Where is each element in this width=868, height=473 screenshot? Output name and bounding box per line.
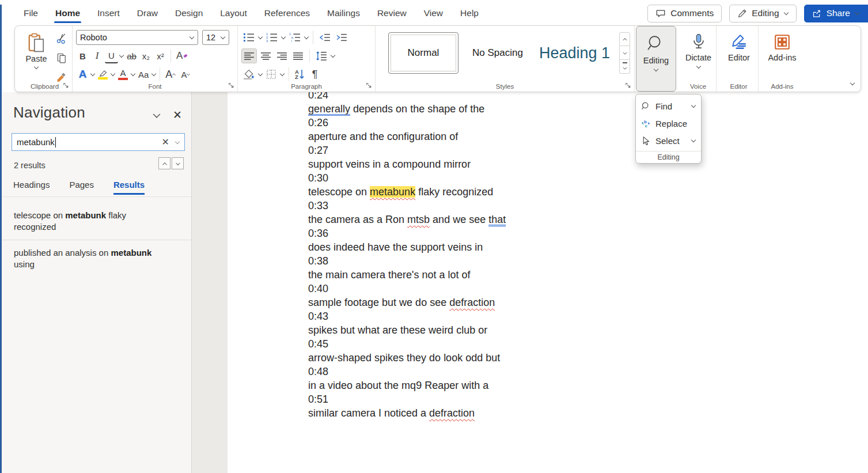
paragraph-dialog-launcher[interactable]	[366, 82, 372, 89]
search-options-chevron[interactable]	[175, 140, 180, 145]
voice-group-label: Voice	[680, 83, 716, 90]
highlight-button[interactable]	[96, 67, 109, 82]
dictate-button[interactable]: Dictate	[680, 26, 717, 92]
justify-button[interactable]	[291, 48, 305, 63]
nav-tab-pages[interactable]: Pages	[69, 180, 94, 195]
select-label: Select	[655, 136, 680, 146]
nav-tab-results[interactable]: Results	[113, 180, 145, 195]
numbering-button[interactable]: 123	[264, 30, 279, 45]
clear-formatting-button[interactable]: A	[175, 48, 191, 63]
multilevel-list-button[interactable]: 1ai	[287, 30, 302, 45]
styles-scroll-up-button[interactable]	[619, 32, 630, 46]
navigation-search-input[interactable]: metabunk ✕	[12, 133, 185, 151]
collapse-ribbon-button[interactable]	[850, 78, 855, 88]
shading-chevron[interactable]	[258, 72, 263, 77]
addins-group: Add-ins Add-ins	[761, 26, 803, 92]
editing-ribbon-button[interactable]: Editing	[636, 26, 676, 92]
show-hide-marks-button[interactable]: ¶	[308, 67, 321, 82]
decrease-indent-button[interactable]	[317, 30, 332, 45]
menu-tab-draw[interactable]: Draw	[128, 3, 166, 24]
change-case-button[interactable]: Aa	[137, 67, 150, 82]
styles-dialog-launcher[interactable]	[625, 82, 631, 89]
next-result-button[interactable]	[172, 157, 184, 169]
style-heading-1[interactable]: Heading 1	[537, 32, 615, 74]
multilevel-chevron[interactable]	[304, 35, 309, 40]
editing-dropdown-menu: Find bc Replace Select Editing	[635, 94, 702, 164]
clipboard-group: Paste Clipboard	[17, 26, 73, 92]
styles-scroll-down-button[interactable]	[619, 46, 630, 60]
menu-tab-file[interactable]: File	[15, 3, 47, 24]
replace-menu-item[interactable]: bc Replace	[636, 115, 701, 132]
italic-button[interactable]: I	[90, 48, 104, 63]
previous-result-button[interactable]	[158, 157, 170, 169]
menu-tab-mailings[interactable]: Mailings	[319, 3, 369, 24]
font-color-button[interactable]: A	[116, 67, 130, 82]
numbering-chevron[interactable]	[281, 35, 286, 40]
menu-tab-help[interactable]: Help	[452, 3, 487, 24]
document-canvas[interactable]: 0:24generally depends on the shape of th…	[228, 92, 868, 473]
bullets-button[interactable]	[241, 30, 256, 45]
chevron-down-icon	[189, 35, 194, 40]
cut-button[interactable]	[54, 31, 69, 46]
paste-button[interactable]: Paste	[23, 31, 50, 81]
menu-tab-references[interactable]: References	[256, 3, 319, 24]
styles-more-button[interactable]	[619, 60, 630, 74]
font-size-combo[interactable]: 12	[202, 30, 229, 45]
nav-tab-headings[interactable]: Headings	[13, 180, 50, 195]
editing-ribbon-label: Editing	[643, 56, 669, 65]
line-spacing-chevron[interactable]	[331, 54, 335, 58]
grow-font-button[interactable]: A	[164, 67, 178, 82]
editor-group-label: Editor	[719, 83, 758, 90]
borders-button[interactable]	[264, 67, 278, 82]
font-family-combo[interactable]: Roboto	[76, 30, 198, 45]
menu-tab-design[interactable]: Design	[166, 3, 211, 24]
shading-button[interactable]	[241, 67, 256, 82]
line-spacing-button[interactable]	[314, 48, 329, 63]
align-center-button[interactable]	[259, 48, 273, 63]
superscript-button[interactable]: x²	[154, 48, 167, 63]
select-menu-item[interactable]: Select	[636, 132, 701, 149]
menu-tab-review[interactable]: Review	[369, 3, 415, 24]
copy-button[interactable]	[54, 51, 69, 66]
close-icon[interactable]: ✕	[173, 109, 182, 120]
clipboard-dialog-launcher[interactable]	[63, 82, 69, 89]
align-left-button[interactable]	[241, 48, 257, 63]
align-right-button[interactable]	[275, 48, 289, 63]
clear-search-icon[interactable]: ✕	[162, 138, 169, 147]
underline-button[interactable]: U	[105, 48, 118, 63]
highlight-chevron[interactable]	[111, 72, 115, 77]
comments-button[interactable]: Comments	[647, 5, 722, 22]
borders-chevron[interactable]	[280, 72, 285, 77]
editing-mode-button[interactable]: Editing	[729, 5, 796, 22]
underline-options-chevron[interactable]	[119, 54, 124, 58]
font-color-chevron[interactable]	[131, 72, 135, 77]
search-result-item[interactable]: telescope on metabunk flaky recognized	[2, 203, 191, 240]
editor-button[interactable]: Editor	[719, 26, 759, 92]
text-effects-chevron[interactable]	[90, 72, 95, 77]
share-button[interactable]: Share	[804, 5, 868, 22]
bullets-chevron[interactable]	[258, 35, 263, 40]
shrink-font-button[interactable]: A	[179, 67, 192, 82]
pane-options-chevron[interactable]	[153, 112, 160, 119]
share-icon	[812, 9, 822, 18]
subscript-button[interactable]: x₂	[139, 48, 153, 63]
strikethrough-button[interactable]: ab	[125, 48, 138, 63]
search-result-item[interactable]: published an analysis on metabunk using	[2, 240, 191, 277]
font-size-value: 12	[206, 33, 215, 42]
chevron-down-icon	[654, 67, 658, 72]
menu-tab-home[interactable]: Home	[47, 3, 89, 24]
style-no-spacing[interactable]: No Spacing	[463, 32, 533, 74]
font-dialog-launcher[interactable]	[228, 82, 234, 89]
style-normal[interactable]: Normal	[388, 32, 458, 74]
increase-indent-button[interactable]	[334, 30, 349, 45]
menu-tab-insert[interactable]: Insert	[89, 3, 128, 24]
bold-button[interactable]: B	[76, 48, 89, 63]
menu-tab-layout[interactable]: Layout	[211, 3, 256, 24]
addins-button[interactable]: Add-ins	[761, 26, 803, 92]
text-effects-button[interactable]: A	[76, 67, 89, 82]
find-menu-item[interactable]: Find	[636, 97, 701, 115]
sort-button[interactable]: A Z	[293, 67, 306, 82]
change-case-chevron[interactable]	[151, 72, 156, 77]
menu-tab-view[interactable]: View	[415, 3, 452, 24]
comment-icon	[655, 8, 666, 18]
